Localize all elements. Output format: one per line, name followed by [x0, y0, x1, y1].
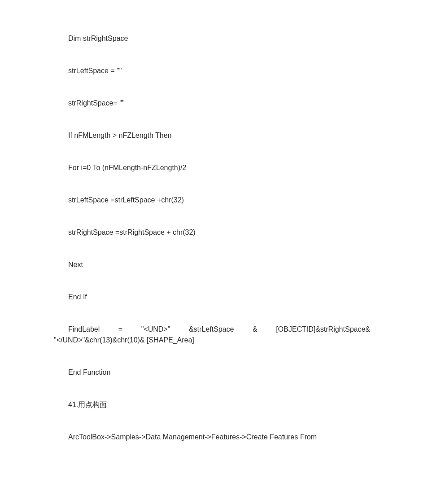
code-line: For i=0 To (nFMLength-nFZLength)/2: [54, 162, 370, 173]
code-line: strRightSpace =strRightSpace + chr(32): [54, 227, 370, 238]
code-line: strRightSpace= "": [54, 98, 370, 109]
code-line: If nFMLength > nFZLength Then: [54, 130, 370, 141]
code-line-segment: "</UND>"&chr(13)&chr(10)& [SHAPE_Area]: [54, 335, 370, 346]
document-content: Dim strRightSpace strLeftSpace = "" strR…: [54, 33, 370, 443]
code-line: strLeftSpace =strLeftSpace +chr(32): [54, 195, 370, 206]
code-line: End If: [54, 292, 370, 302]
code-line: ArcToolBox->Samples->Data Management->Fe…: [54, 432, 370, 443]
code-line-wrapped: FindLabel = "<UND>" &strLeftSpace & [OBJ…: [54, 324, 370, 346]
code-line-segment: FindLabel = "<UND>" &strLeftSpace & [OBJ…: [54, 324, 370, 335]
code-line: Dim strRightSpace: [54, 33, 370, 44]
code-line: End Function: [54, 367, 370, 378]
code-line: strLeftSpace = "": [54, 66, 370, 76]
heading-line: 41.用点构面: [54, 399, 370, 410]
code-line: Next: [54, 259, 370, 270]
